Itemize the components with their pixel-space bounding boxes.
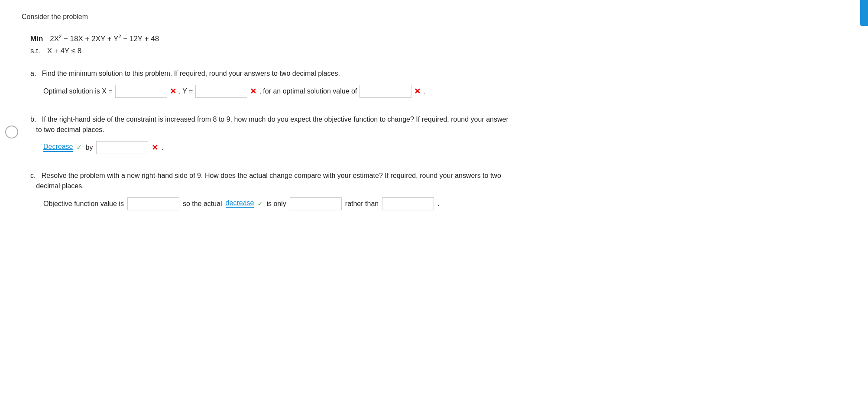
x-mark-2: ✕ <box>250 87 256 96</box>
question-b-label: b. If the right-hand side of the constra… <box>30 114 846 135</box>
question-b: b. If the right-hand side of the constra… <box>30 114 846 154</box>
by-label: by <box>85 144 93 151</box>
optimal-solution-prefix: Optimal solution is X = <box>43 87 113 95</box>
x-mark-1: ✕ <box>170 87 176 96</box>
question-c: c. Resolve the problem with a new right-… <box>30 171 846 210</box>
blue-corner-accent <box>860 0 868 26</box>
st-expression: X + 4Y ≤ 8 <box>47 47 81 55</box>
period-b: . <box>162 144 163 151</box>
problem-min-line: Min 2X2 − 18X + 2XY + Y2 − 12Y + 48 <box>30 34 846 43</box>
question-c-answer-row: Objective function value is so the actua… <box>43 197 846 210</box>
input-y[interactable] <box>195 85 247 98</box>
min-expression: 2X2 − 18X + 2XY + Y2 − 12Y + 48 <box>50 34 159 43</box>
min-label: Min <box>30 35 43 43</box>
x-mark-b: ✕ <box>152 143 158 152</box>
decrease-inline[interactable]: decrease <box>226 199 254 208</box>
input-b-amount[interactable] <box>96 141 148 154</box>
decrease-button[interactable]: Decrease <box>43 143 73 152</box>
input-c-obj[interactable] <box>127 197 179 210</box>
circle-indicator <box>5 126 18 139</box>
question-c-label: c. Resolve the problem with a new right-… <box>30 171 846 191</box>
input-c-rather[interactable] <box>382 197 434 210</box>
check-mark-b: ✓ <box>76 143 82 151</box>
comma-y-equals: , Y = <box>179 87 193 95</box>
x-mark-3: ✕ <box>414 87 421 96</box>
input-x[interactable] <box>115 85 167 98</box>
st-label: s.t. <box>30 47 40 55</box>
is-only-text: is only <box>266 200 286 208</box>
input-c-only[interactable] <box>290 197 342 210</box>
input-optimal-val[interactable] <box>360 85 411 98</box>
question-a: a. Find the minimum solution to this pro… <box>30 68 846 98</box>
question-a-answer-row: Optimal solution is X = ✕ , Y = ✕ , for … <box>43 85 846 98</box>
rather-than-text: rather than <box>345 200 379 208</box>
question-b-answer-row: Decrease ✓ by ✕ . <box>43 141 846 154</box>
obj-func-prefix: Objective function value is <box>43 200 124 208</box>
period-c: . <box>437 200 439 208</box>
check-mark-c: ✓ <box>257 200 263 208</box>
so-actual-text: so the actual <box>183 200 222 208</box>
period-a: . <box>423 87 425 95</box>
for-optimal-text: , for an optimal solution value of <box>259 87 357 95</box>
question-a-label: a. Find the minimum solution to this pro… <box>30 68 846 79</box>
problem-st-line: s.t. X + 4Y ≤ 8 <box>30 47 846 55</box>
page-title: Consider the problem <box>22 13 846 21</box>
